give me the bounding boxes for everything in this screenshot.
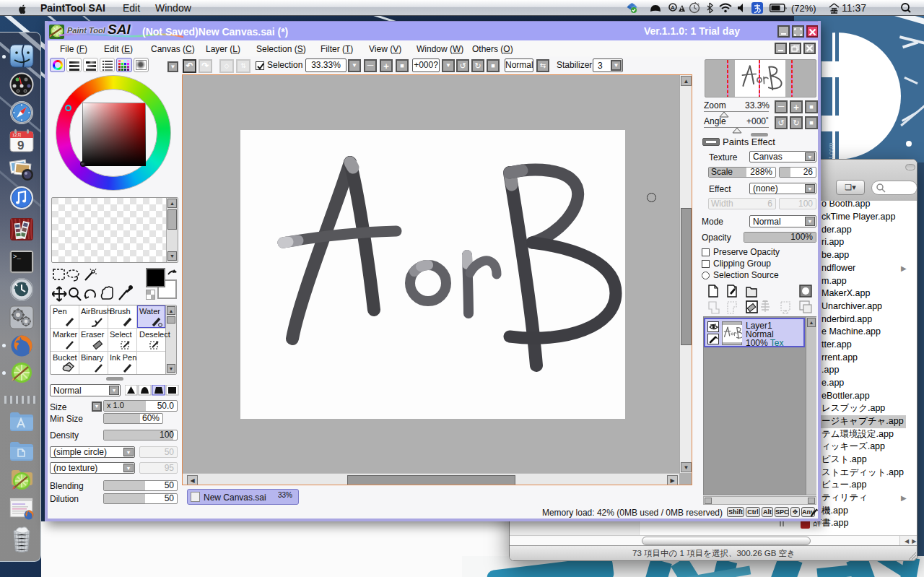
svg-text:>_: >_ <box>13 253 21 261</box>
svg-text:9: 9 <box>17 139 24 152</box>
svg-text:A: A <box>671 4 675 11</box>
svg-text:12月: 12月 <box>12 133 22 138</box>
